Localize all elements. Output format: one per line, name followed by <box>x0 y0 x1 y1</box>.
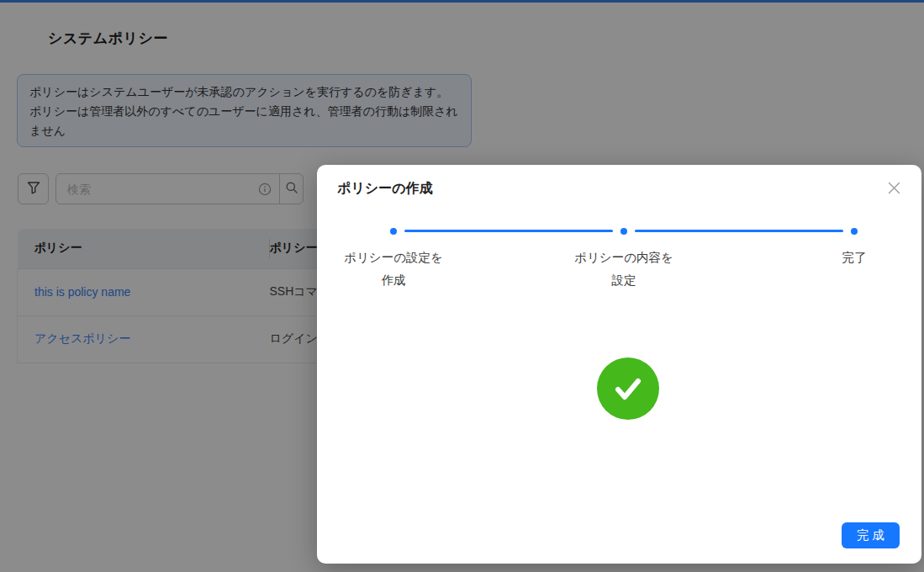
close-icon[interactable] <box>883 177 905 199</box>
modal-title: ポリシーの作成 <box>337 180 433 198</box>
step-2-label: ポリシーの内容を 設定 <box>567 246 681 292</box>
step-3-label: 完了 <box>797 246 911 269</box>
step-connector <box>404 230 613 232</box>
step-connector <box>635 230 843 232</box>
step-3-dot <box>851 228 858 235</box>
step-1-label: ポリシーの設定を 作成 <box>336 246 451 292</box>
step-2-dot <box>620 228 627 235</box>
create-policy-modal: ポリシーの作成 ポリシーの設定を 作成 ポリシーの内容を 設定 完了 ポリシーの… <box>317 165 921 564</box>
finish-button[interactable]: 完成 <box>842 522 900 548</box>
step-1-dot <box>390 228 397 235</box>
success-check-icon <box>597 358 659 420</box>
